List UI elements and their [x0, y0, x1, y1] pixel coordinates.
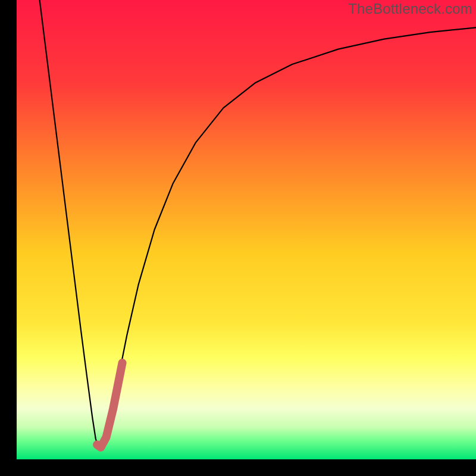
chart-frame: TheBottleneck.com — [0, 0, 476, 476]
plot-area: TheBottleneck.com — [17, 0, 476, 459]
gradient-background — [17, 0, 476, 459]
chart-canvas — [17, 0, 476, 459]
